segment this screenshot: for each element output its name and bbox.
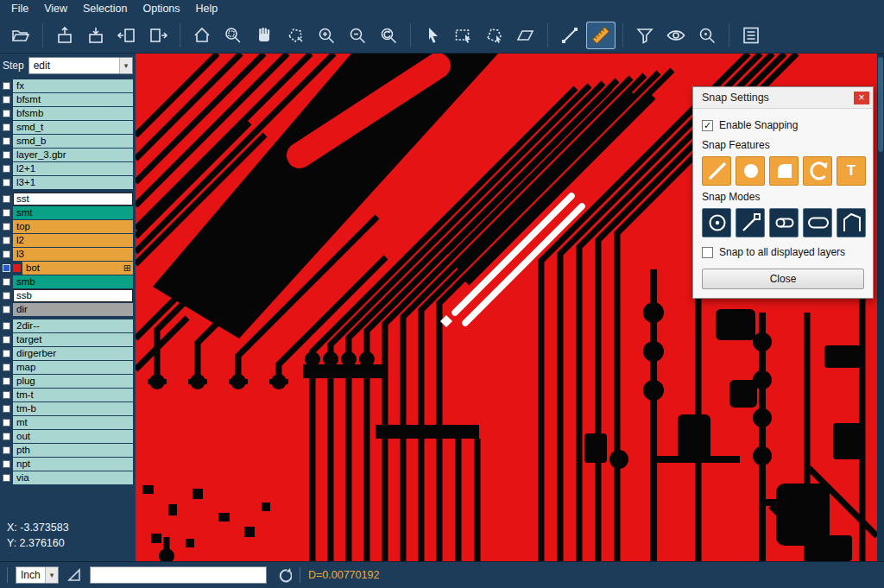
snap-text-button[interactable]: T bbox=[837, 156, 866, 186]
layer-label[interactable]: bot⊞ bbox=[22, 262, 133, 275]
layer-visibility-checkbox[interactable] bbox=[3, 123, 10, 131]
layer-visibility-checkbox[interactable] bbox=[3, 364, 10, 371]
layer-visibility-checkbox[interactable] bbox=[3, 179, 10, 187]
layer-visibility-checkbox[interactable] bbox=[3, 391, 10, 399]
layer-row-fx[interactable]: fx bbox=[0, 79, 136, 92]
menu-view[interactable]: View bbox=[36, 1, 75, 16]
layer-visibility-checkbox[interactable] bbox=[3, 460, 10, 468]
layer-label[interactable]: pth bbox=[13, 444, 133, 457]
layer-label[interactable]: map bbox=[13, 361, 133, 374]
snap-line-button[interactable] bbox=[702, 156, 731, 186]
layer-visibility-checkbox[interactable] bbox=[3, 209, 10, 217]
measure-button[interactable] bbox=[586, 22, 616, 49]
page-back-button[interactable] bbox=[112, 22, 142, 49]
chevron-down-icon[interactable]: ▾ bbox=[119, 58, 132, 73]
inspect-button[interactable] bbox=[692, 22, 722, 49]
layer-row-l3[interactable]: l3 bbox=[0, 248, 136, 261]
pan-button[interactable] bbox=[249, 22, 279, 49]
layer-visibility-checkbox[interactable] bbox=[3, 292, 10, 300]
layer-label[interactable]: plug bbox=[13, 375, 133, 388]
layer-visibility-checkbox[interactable] bbox=[3, 419, 10, 427]
snap-outline-button[interactable] bbox=[837, 208, 866, 237]
layer-row-bfsmt[interactable]: bfsmt bbox=[0, 93, 136, 106]
layer-row-smt[interactable]: smt bbox=[0, 206, 136, 219]
layer-label[interactable]: smd_t bbox=[13, 121, 133, 134]
layer-row-smb[interactable]: smb bbox=[0, 275, 136, 288]
snap-pad-button[interactable] bbox=[736, 156, 765, 186]
layer-row-layer_3.gbr[interactable]: layer_3.gbr bbox=[0, 149, 136, 161]
layer-label[interactable]: out bbox=[13, 430, 133, 443]
unit-dropdown[interactable]: Inch ▾ bbox=[16, 566, 59, 584]
canvas-vertical-scrollbar[interactable] bbox=[877, 54, 884, 561]
grid-icon[interactable]: ⊞ bbox=[123, 262, 131, 275]
layer-label[interactable]: fx bbox=[13, 79, 133, 92]
layer-label[interactable]: tm-t bbox=[13, 389, 133, 401]
open-file-button[interactable] bbox=[6, 22, 35, 49]
layer-label[interactable]: top bbox=[13, 220, 133, 233]
checkbox-checked[interactable]: ✓ bbox=[702, 120, 713, 131]
layer-visibility-checkbox[interactable] bbox=[3, 237, 10, 244]
window-select-button[interactable] bbox=[449, 22, 478, 49]
import-down-button[interactable] bbox=[81, 22, 110, 49]
layer-visibility-checkbox[interactable] bbox=[3, 223, 10, 231]
layer-label[interactable]: dirgerber bbox=[13, 347, 133, 360]
layer-row-tm-t[interactable]: tm-t bbox=[0, 389, 136, 401]
polygon-select-button[interactable] bbox=[480, 22, 509, 49]
layer-label[interactable]: bfsmb bbox=[13, 107, 133, 120]
layer-row-mt[interactable]: mt bbox=[0, 416, 136, 429]
layer-row-smd_t[interactable]: smd_t bbox=[0, 121, 136, 134]
layer-label[interactable]: mt bbox=[13, 416, 133, 429]
layer-visibility-checkbox[interactable] bbox=[3, 377, 10, 385]
layer-row-pth[interactable]: pth bbox=[0, 444, 136, 457]
step-dropdown[interactable]: edit ▾ bbox=[28, 57, 133, 74]
snap-surface-button[interactable] bbox=[769, 156, 799, 186]
page-forward-button[interactable] bbox=[143, 22, 173, 49]
snap-capsule-button[interactable] bbox=[803, 208, 832, 237]
report-button[interactable] bbox=[736, 22, 766, 49]
layer-visibility-checkbox[interactable] bbox=[3, 151, 10, 159]
layer-visibility-checkbox[interactable] bbox=[3, 446, 10, 454]
layer-label[interactable]: 2dir-- bbox=[13, 319, 133, 332]
dialog-titlebar[interactable]: Snap Settings × bbox=[693, 87, 873, 109]
enable-snapping-row[interactable]: ✓ Enable Snapping bbox=[702, 119, 864, 131]
layer-row-dir[interactable]: dir bbox=[0, 303, 136, 316]
layer-row-ssb[interactable]: ssb bbox=[0, 289, 136, 302]
import-up-button[interactable] bbox=[50, 22, 79, 49]
draw-line-button[interactable] bbox=[555, 22, 584, 49]
layer-row-tm-b[interactable]: tm-b bbox=[0, 402, 136, 415]
scrollbar-thumb[interactable] bbox=[878, 57, 883, 152]
zoom-previous-button[interactable] bbox=[374, 22, 403, 49]
layer-label[interactable]: target bbox=[13, 333, 133, 346]
layer-row-dirgerber[interactable]: dirgerber bbox=[0, 347, 136, 360]
zoom-area-button[interactable] bbox=[281, 22, 310, 49]
layer-label[interactable]: l3+1 bbox=[13, 176, 133, 189]
layer-row-top[interactable]: top bbox=[0, 220, 136, 233]
refresh-icon[interactable] bbox=[275, 566, 292, 584]
layer-row-map[interactable]: map bbox=[0, 361, 136, 374]
chevron-down-icon[interactable]: ▾ bbox=[45, 567, 58, 583]
close-icon[interactable]: × bbox=[854, 92, 869, 104]
layer-label[interactable]: smt bbox=[13, 206, 133, 219]
layer-visibility-checkbox[interactable] bbox=[3, 278, 10, 286]
snap-arc-button[interactable] bbox=[803, 156, 832, 186]
layer-label[interactable]: l2+1 bbox=[13, 162, 133, 175]
layer-visibility-checkbox[interactable] bbox=[3, 250, 10, 258]
layer-label[interactable]: l3 bbox=[13, 248, 133, 261]
layer-visibility-checkbox[interactable] bbox=[3, 433, 10, 440]
layer-row-bfsmb[interactable]: bfsmb bbox=[0, 107, 136, 120]
layer-visibility-checkbox[interactable] bbox=[3, 474, 10, 482]
layer-visibility-checkbox[interactable] bbox=[3, 306, 10, 313]
layer-label[interactable]: tm-b bbox=[13, 402, 133, 415]
layer-row-out[interactable]: out bbox=[0, 430, 136, 443]
zoom-out-button[interactable] bbox=[343, 22, 372, 49]
layer-visibility-checkbox[interactable] bbox=[3, 195, 10, 203]
filter-button[interactable] bbox=[630, 22, 660, 49]
layer-row-l2[interactable]: l2 bbox=[0, 234, 136, 247]
layer-row-plug[interactable]: plug bbox=[0, 375, 136, 388]
layer-row-sst[interactable]: sst bbox=[0, 193, 136, 205]
layer-visibility-checkbox[interactable] bbox=[3, 96, 10, 104]
angle-tool-icon[interactable] bbox=[66, 567, 82, 583]
layer-visibility-checkbox[interactable] bbox=[3, 350, 10, 357]
menu-file[interactable]: File bbox=[3, 1, 36, 16]
layer-row-2dir--[interactable]: 2dir-- bbox=[0, 319, 136, 332]
